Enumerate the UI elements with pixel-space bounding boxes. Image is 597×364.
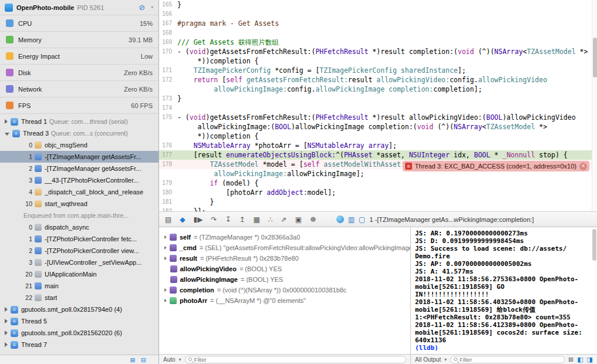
variable-row[interactable]: photoArr= (__NSArrayM *) @"0 elements"	[159, 295, 410, 306]
line-number[interactable]: 174	[159, 103, 177, 113]
gauge-row-fps[interactable]: FPS60 FPS	[0, 97, 158, 114]
pane-toggle-icon[interactable]: ⊟	[141, 356, 146, 364]
code-line[interactable]: 169/// Get Assets 获得照片数组	[159, 38, 597, 47]
stack-frame-row[interactable]: 0objc_msgSend	[0, 139, 158, 151]
code-line[interactable]: allowPickingImage:config.allowPickingIma…	[159, 85, 597, 94]
code-line[interactable]: 173}	[159, 94, 597, 103]
disclosure-triangle-icon[interactable]	[164, 288, 167, 292]
stack-frame-row[interactable]: 22start	[0, 292, 158, 304]
line-number[interactable]: 177	[159, 150, 177, 160]
line-number[interactable]: 180	[159, 188, 177, 197]
variables-filter[interactable]	[185, 356, 406, 363]
console-view[interactable]: JS: AR: 0.19700000000000273msJS: D: 0.09…	[411, 227, 597, 364]
line-number[interactable]	[159, 169, 177, 178]
line-number[interactable]: 176	[159, 141, 177, 150]
disclosure-triangle-icon[interactable]	[164, 235, 167, 239]
stack-frame-row[interactable]: 3-[UIViewController _setViewApp...	[0, 257, 158, 268]
code-line[interactable]: 171 TZImagePickerConfig *config = [TZIma…	[159, 66, 597, 75]
line-number[interactable]	[159, 56, 177, 66]
disclosure-triangle-icon[interactable]	[5, 342, 8, 347]
simulate-location-icon[interactable]: ⇗	[281, 215, 287, 224]
gauge-row-energy-impact[interactable]: Energy ImpactLow	[0, 48, 158, 65]
line-number[interactable]: 178	[159, 160, 177, 169]
debug-jump-bar[interactable]: ▥ ▢ 1 -[TZImageManager getAs...wPickingI…	[336, 215, 534, 224]
line-number[interactable]	[159, 132, 177, 141]
gauge-dial-icon[interactable]: ◔	[149, 3, 154, 12]
gauge-row-memory[interactable]: Memory39.1 MB	[0, 32, 158, 48]
code-line[interactable]: 176 NSMutableArray *photoArr = [NSMutabl…	[159, 141, 597, 150]
line-number[interactable]: 181	[159, 197, 177, 207]
close-icon[interactable]: ×	[579, 163, 587, 170]
code-line[interactable]: 174	[159, 103, 597, 113]
disclosure-triangle-icon[interactable]	[164, 257, 167, 260]
variable-row[interactable]: self= (TZImageManager *) 0x28366a3a0	[159, 232, 410, 242]
variables-filter-input[interactable]	[194, 356, 403, 363]
source-editor[interactable]: 165}166167#pragma mark - Get Assets16816…	[159, 0, 597, 211]
variables-pane-toggle-icon[interactable]: ◧	[577, 356, 583, 363]
code-line[interactable]: 170- (void)getAssetsFromFetchResult:(PHF…	[159, 47, 597, 56]
disclosure-triangle-icon[interactable]	[5, 307, 8, 312]
output-scope-popup[interactable]: All Output	[415, 356, 441, 363]
line-number[interactable]: 171	[159, 66, 177, 75]
console-filter-input[interactable]	[460, 356, 561, 363]
scope-popup[interactable]: Auto	[163, 356, 176, 363]
thread-row[interactable]: ≡gputools.smt_poll.0x281562020 (6)	[0, 327, 158, 339]
code-line[interactable]: 166	[159, 9, 597, 19]
code-line[interactable]: 165}	[159, 0, 597, 9]
thread-row[interactable]: ≡Thread 3Queue: com...s (concurrent)	[0, 127, 158, 139]
thread-row[interactable]: ≡Thread 5	[0, 315, 158, 327]
thread-row[interactable]: ≡Thread 7	[0, 339, 158, 350]
stack-frame-row[interactable]: 3__43-[TZPhotoPickerController...	[0, 174, 158, 186]
gauge-row-network[interactable]: NetworkZero KB/s	[0, 81, 158, 97]
variable-row[interactable]: allowPickingVideo= (BOOL) YES	[159, 264, 410, 274]
continue-icon[interactable]: ▮▶	[194, 215, 203, 224]
code-line[interactable]: *))completion {	[159, 132, 597, 141]
disclosure-triangle-icon[interactable]	[5, 133, 9, 136]
stack-frame-row[interactable]: 0dispatch_async	[0, 221, 158, 233]
memory-graph-icon[interactable]: ∴	[268, 215, 273, 224]
code-line[interactable]: *))completion {	[159, 56, 597, 66]
stack-frame-row[interactable]: 4_dispatch_call_block_and_release	[0, 186, 158, 198]
console-pane-toggle-icon[interactable]: ◨	[587, 356, 593, 363]
code-line[interactable]: 168	[159, 28, 597, 38]
clear-console-icon[interactable]: ⊠	[568, 356, 574, 363]
console-filter[interactable]	[450, 356, 565, 363]
stack-frame-row[interactable]: 10start_wqthread	[0, 198, 158, 210]
code-line[interactable]: 182 }];	[159, 207, 597, 211]
disclosure-triangle-icon[interactable]	[164, 246, 167, 250]
step-over-icon[interactable]: ↷	[211, 215, 217, 224]
line-number[interactable]: 173	[159, 94, 177, 103]
environment-overrides-icon[interactable]: ☸	[310, 215, 316, 224]
stack-frame-row[interactable]: 21main	[0, 280, 158, 292]
thread-row[interactable]: ≡gputools.smt_poll.0x2815794e0 (4)	[0, 304, 158, 315]
stack-frame-row[interactable]: 1-[TZImageManager getAssetsFr...	[0, 151, 158, 163]
line-number[interactable]: 175	[159, 113, 177, 122]
hide-debug-area-icon[interactable]: ▤	[165, 215, 171, 224]
variable-row[interactable]: allowPickingImage= (BOOL) YES	[159, 274, 410, 285]
stack-frame-row[interactable]: 20UIApplicationMain	[0, 268, 158, 280]
code-line[interactable]: 172 return [self getAssetsFromFetchResul…	[159, 75, 597, 85]
code-line[interactable]: 167#pragma mark - Get Assets	[159, 19, 597, 28]
line-number[interactable]: 169	[159, 38, 177, 47]
variable-row[interactable]: result= (PHFetchResult *) 0x283b78e80	[159, 253, 410, 264]
disclosure-triangle-icon[interactable]	[5, 119, 8, 124]
breakpoints-toggle-icon[interactable]: ◆	[180, 215, 185, 224]
line-number[interactable]: 165	[159, 0, 177, 9]
gauge-row-disk[interactable]: DiskZero KB/s	[0, 65, 158, 81]
step-into-icon[interactable]: ↧	[225, 215, 231, 224]
disclosure-triangle-icon[interactable]	[164, 299, 167, 302]
circle-slash-icon[interactable]: ⊘	[139, 3, 145, 12]
line-number[interactable]	[159, 85, 177, 94]
variable-row[interactable]: _cmd= (SEL) "getAssetsFromFetchResult:al…	[159, 242, 410, 253]
lldb-prompt[interactable]: (lldb)	[415, 344, 591, 352]
filter-toggle-icon[interactable]: ⊞	[130, 356, 136, 364]
line-number[interactable]: 167	[159, 19, 177, 28]
code-line[interactable]: 175- (void)getAssetsFromFetchResult:(PHF…	[159, 113, 597, 122]
code-line[interactable]: 179 if (model) {	[159, 178, 597, 188]
line-number[interactable]: 182	[159, 207, 177, 211]
gpu-frame-capture-icon[interactable]: ▣	[295, 215, 302, 224]
line-number[interactable]	[159, 122, 177, 132]
disclosure-triangle-icon[interactable]	[5, 331, 8, 335]
line-number[interactable]: 172	[159, 75, 177, 85]
stack-frame-row[interactable]: 2-[TZPhotoPickerController view...	[0, 245, 158, 257]
